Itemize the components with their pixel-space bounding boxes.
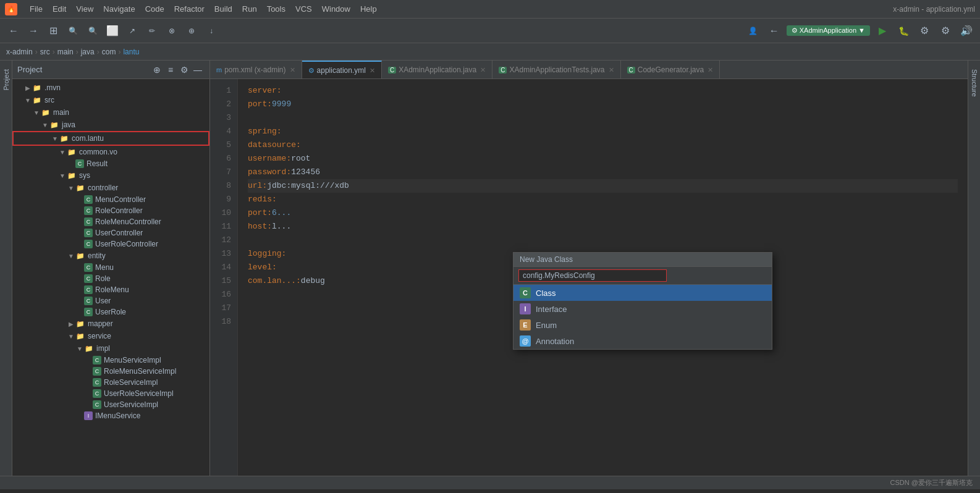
autocomplete-input-field[interactable] [518, 269, 667, 282]
tab-xadmintests[interactable]: C XAdminApplicationTests.java ✕ [492, 61, 620, 79]
right-tab-structure[interactable]: Structure [969, 65, 979, 101]
tree-item-rolemenucontroller[interactable]: ▶ C RoleMenuController [12, 216, 209, 227]
tree-item-userrolecontroller[interactable]: ▶ C UserRoleController [12, 238, 209, 250]
menu-navigate[interactable]: Navigate [98, 2, 140, 16]
run-button[interactable]: ▶ [874, 22, 891, 40]
tree-item-imenuservice[interactable]: ▶ I IMenuService [12, 410, 209, 421]
tree-item-menuserviceimpl[interactable]: ▶ C MenuServiceImpl [12, 355, 209, 366]
tab-label-xadmintests: XAdminApplicationTests.java [509, 65, 604, 74]
tree-item-roleserviceimpl[interactable]: ▶ C RoleServiceImpl [12, 377, 209, 388]
autocomplete-item-enum[interactable]: E Enum [513, 317, 772, 333]
tree-gear-btn[interactable]: ⚙ [177, 63, 191, 77]
code-line-8: url: jdbc:mysql:///xdb [248, 179, 958, 193]
breadcrumb-item-0[interactable]: x-admin [6, 48, 33, 56]
debug-button[interactable]: 🐛 [895, 22, 912, 40]
tree-item-java[interactable]: ▼ 📁 java [12, 119, 209, 131]
tree-item-menucontroller[interactable]: ▶ C MenuController [12, 194, 209, 205]
folder-icon-sys: 📁 [67, 171, 77, 180]
edit-button[interactable]: ✏ [143, 22, 161, 40]
tree-collapse-btn[interactable]: ≡ [164, 63, 177, 77]
tab-close-codegen[interactable]: ✕ [708, 66, 713, 74]
zoom-out-button[interactable]: 🔍 [84, 22, 101, 40]
arrow-icon[interactable]: ← [766, 22, 783, 40]
tab-close-appyml[interactable]: ✕ [370, 67, 375, 75]
class-icon-menuserviceimpl: C [93, 356, 101, 364]
tree-item-userrole[interactable]: ▶ C UserRole [12, 306, 209, 318]
tree-item-service[interactable]: ▼ 📁 service [12, 330, 209, 342]
tree-item-mvn[interactable]: ▶ 📁 .mvn [12, 82, 209, 94]
tree-item-controller[interactable]: ▼ 📁 controller [12, 182, 209, 194]
folder-icon-java: 📁 [49, 120, 59, 130]
tree-item-main[interactable]: ▼ 📁 main [12, 106, 209, 119]
tree-item-role[interactable]: ▶ C Role [12, 273, 209, 284]
tree-close-btn[interactable]: — [191, 63, 205, 77]
settings-button[interactable]: ⚙ [937, 22, 954, 40]
menu-tools[interactable]: Tools [262, 2, 290, 16]
volume-button[interactable]: 🔊 [958, 22, 975, 40]
breadcrumb-item-5[interactable]: lantu [123, 48, 139, 56]
tree-item-src[interactable]: ▼ 📁 src [12, 94, 209, 106]
tab-icon-xadmintests: C [499, 67, 507, 74]
tree-arrow-mvn: ▶ [23, 85, 32, 91]
tab-close-xadmin[interactable]: ✕ [480, 66, 486, 74]
tree-item-common-vo[interactable]: ▼ 📁 common.vo [12, 146, 209, 158]
open-button[interactable]: ↗ [124, 22, 141, 40]
autocomplete-item-interface[interactable]: I Interface [513, 301, 772, 317]
back-button[interactable]: ← [5, 22, 22, 40]
tree-item-menu[interactable]: ▶ C Menu [12, 262, 209, 273]
download-button[interactable]: ↓ [203, 22, 220, 40]
tree-item-result[interactable]: ▶ C Result [12, 158, 209, 169]
menu-view[interactable]: View [71, 2, 98, 16]
link-button[interactable]: ⊕ [183, 22, 200, 40]
breadcrumb-item-4[interactable]: com [102, 48, 116, 56]
user-icon[interactable]: 👤 [745, 22, 762, 40]
autocomplete-popup: New Java Class C Class I Interface E Enu… [513, 252, 772, 350]
tab-pom[interactable]: m pom.xml (x-admin) ✕ [210, 61, 302, 79]
forward-button[interactable]: → [25, 22, 42, 40]
menu-code[interactable]: Code [140, 2, 169, 16]
zoom-in-button[interactable]: 🔍 [64, 22, 82, 40]
tree-item-rolecontroller[interactable]: ▶ C RoleController [12, 205, 209, 216]
build2-button[interactable]: ⚙ [916, 22, 933, 40]
close-button[interactable]: ⊗ [163, 22, 180, 40]
tab-xadmin[interactable]: C XAdminApplication.java ✕ [382, 61, 492, 79]
breadcrumb-item-2[interactable]: main [57, 48, 74, 56]
tree-item-com-lantu[interactable]: ▼ 📁 com.lantu [12, 131, 209, 146]
sidebar-tab-project[interactable]: Project [1, 65, 11, 94]
tree-item-sys[interactable]: ▼ 📁 sys [12, 169, 209, 182]
breadcrumb-item-3[interactable]: java [81, 48, 95, 56]
tree-item-userserviceimpl[interactable]: ▶ C UserServiceImpl [12, 399, 209, 410]
menu-window[interactable]: Window [317, 2, 355, 16]
tree-label-impl: impl [96, 344, 110, 353]
run-config[interactable]: ⚙ XAdminApplication ▼ [787, 25, 870, 36]
grid-button[interactable]: ⊞ [44, 22, 62, 40]
tree-item-usercontroller[interactable]: ▶ C UserController [12, 227, 209, 238]
menu-vcs[interactable]: VCS [290, 2, 317, 16]
breadcrumb-item-1[interactable]: src [40, 48, 50, 56]
autocomplete-item-annotation[interactable]: @ Annotation [513, 333, 772, 349]
tree-item-rolemenuserviceimpl[interactable]: ▶ C RoleMenuServiceImpl [12, 366, 209, 377]
tree-item-rolemenu[interactable]: ▶ C RoleMenu [12, 284, 209, 295]
tree-item-impl[interactable]: ▼ 📁 impl [12, 342, 209, 355]
autocomplete-item-class[interactable]: C Class [513, 285, 772, 301]
tree-item-mapper[interactable]: ▶ 📁 mapper [12, 318, 209, 330]
tree-item-entity[interactable]: ▼ 📁 entity [12, 250, 209, 262]
menu-refactor[interactable]: Refactor [169, 2, 209, 16]
tab-close-xadmintests[interactable]: ✕ [609, 66, 614, 74]
tab-appyml[interactable]: ⚙ application.yml ✕ [302, 61, 382, 79]
tree-item-userroleserviceimpl[interactable]: ▶ C UserRoleServiceImpl [12, 388, 209, 399]
code-editor[interactable]: 1 2 3 4 5 6 7 8 9 10 11 12 13 14 15 16 1… [210, 79, 968, 476]
tab-close-pom[interactable]: ✕ [290, 66, 295, 74]
tab-label-pom: pom.xml (x-admin) [224, 65, 285, 74]
tree-item-user[interactable]: ▶ C User [12, 295, 209, 306]
tree-label-userrole: UserRole [95, 308, 126, 316]
menu-file[interactable]: File [25, 2, 48, 16]
tab-codegen[interactable]: C CodeGenerator.java ✕ [621, 61, 720, 79]
menu-build[interactable]: Build [209, 2, 237, 16]
tree-settings-btn[interactable]: ⊕ [150, 63, 164, 77]
menu-run[interactable]: Run [237, 2, 262, 16]
menu-edit[interactable]: Edit [48, 2, 71, 16]
tree-arrow-service: ▼ [67, 333, 75, 340]
window-button[interactable]: ⬜ [104, 22, 121, 40]
menu-help[interactable]: Help [355, 2, 382, 16]
